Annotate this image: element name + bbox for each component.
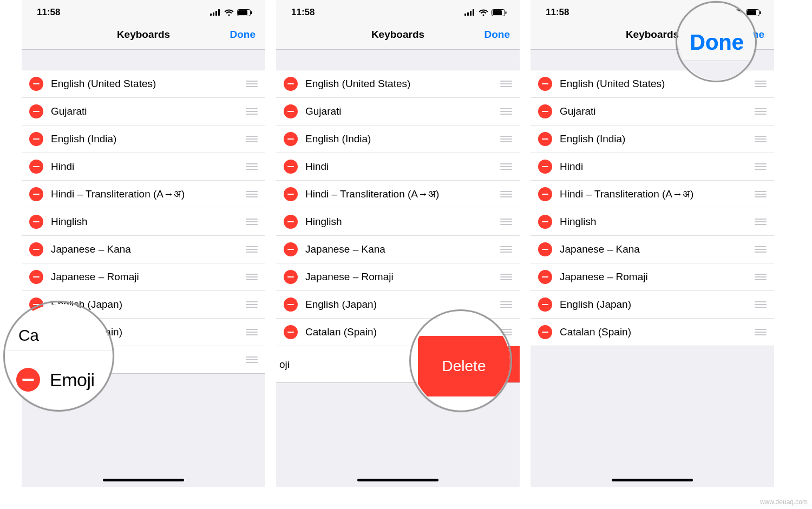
reorder-handle[interactable] <box>246 163 258 170</box>
home-indicator[interactable] <box>612 479 693 481</box>
remove-icon[interactable] <box>29 298 43 312</box>
keyboard-row[interactable]: Gujarati <box>276 98 520 125</box>
remove-icon[interactable] <box>29 215 43 229</box>
remove-icon[interactable] <box>29 187 43 201</box>
done-button[interactable]: Done <box>230 29 256 41</box>
remove-icon[interactable] <box>538 325 552 339</box>
remove-icon[interactable] <box>538 187 552 201</box>
remove-icon[interactable] <box>284 215 298 229</box>
remove-icon[interactable] <box>29 104 43 118</box>
keyboard-row[interactable]: Hinglish <box>531 208 774 236</box>
remove-icon[interactable] <box>284 77 298 91</box>
keyboard-row[interactable]: Gujarati <box>22 98 265 125</box>
remove-icon[interactable] <box>29 160 43 174</box>
done-button[interactable]: Done <box>484 29 510 41</box>
keyboard-row[interactable]: Japanese – Kana <box>531 236 774 263</box>
reorder-handle[interactable] <box>755 329 767 335</box>
remove-icon[interactable] <box>284 160 298 174</box>
reorder-handle[interactable] <box>246 81 258 87</box>
keyboard-row[interactable]: English (India) <box>22 125 265 153</box>
reorder-handle[interactable] <box>755 246 767 253</box>
remove-icon[interactable] <box>538 298 552 312</box>
keyboard-row[interactable]: English (Japan) <box>531 291 774 319</box>
remove-icon[interactable] <box>284 325 298 339</box>
keyboard-row[interactable]: Japanese – Romaji <box>276 263 520 291</box>
remove-icon[interactable] <box>284 298 298 312</box>
reorder-handle[interactable] <box>500 163 512 170</box>
keyboard-row[interactable]: English (Japan) <box>276 291 520 319</box>
reorder-handle[interactable] <box>755 191 767 197</box>
keyboard-row[interactable]: Hindi <box>531 153 774 181</box>
remove-icon[interactable] <box>538 77 552 91</box>
reorder-handle[interactable] <box>246 329 258 335</box>
remove-icon[interactable] <box>284 132 298 146</box>
reorder-handle[interactable] <box>246 356 258 363</box>
keyboard-row[interactable]: Catalan (Spain) <box>276 319 520 346</box>
reorder-handle[interactable] <box>500 329 512 335</box>
keyboard-row[interactable]: English (United States) <box>531 70 774 98</box>
reorder-handle[interactable] <box>755 163 767 170</box>
keyboard-row[interactable]: Hinglish <box>276 208 520 236</box>
reorder-handle[interactable] <box>500 274 512 280</box>
reorder-handle[interactable] <box>246 246 258 253</box>
keyboard-row[interactable]: English (United States) <box>276 70 520 98</box>
reorder-handle[interactable] <box>755 81 767 87</box>
keyboard-row[interactable]: Gujarati <box>531 98 774 125</box>
reorder-handle[interactable] <box>500 191 512 197</box>
keyboard-row[interactable]: English (United States) <box>22 70 265 98</box>
remove-icon[interactable] <box>29 132 43 146</box>
reorder-handle[interactable] <box>500 108 512 115</box>
reorder-handle[interactable] <box>755 301 767 308</box>
home-indicator[interactable] <box>357 479 438 481</box>
keyboard-row-emoji[interactable]: Emoji <box>22 346 265 374</box>
keyboard-row[interactable]: Japanese – Romaji <box>22 263 265 291</box>
keyboard-row[interactable]: Hindi – Transliteration (A→अ) <box>22 181 265 208</box>
reorder-handle[interactable] <box>755 274 767 280</box>
reorder-handle[interactable] <box>755 219 767 225</box>
keyboard-row[interactable]: Hindi – Transliteration (A→अ) <box>531 181 774 208</box>
remove-icon[interactable] <box>284 242 298 256</box>
remove-icon[interactable] <box>284 104 298 118</box>
remove-icon[interactable] <box>29 325 43 339</box>
remove-icon[interactable] <box>29 242 43 256</box>
reorder-handle[interactable] <box>246 219 258 225</box>
done-button[interactable]: Done <box>739 29 765 41</box>
reorder-handle[interactable] <box>500 136 512 142</box>
keyboard-row[interactable]: Catalan (Spain) <box>22 319 265 346</box>
keyboard-row[interactable]: Catalan (Spain) <box>531 319 774 346</box>
keyboard-row-emoji-deleting[interactable]: oji Delete <box>276 346 520 383</box>
reorder-handle[interactable] <box>246 274 258 280</box>
remove-icon[interactable] <box>538 132 552 146</box>
keyboard-row[interactable]: Japanese – Kana <box>276 236 520 263</box>
reorder-handle[interactable] <box>500 219 512 225</box>
reorder-handle[interactable] <box>500 81 512 87</box>
keyboard-row[interactable]: Hindi – Transliteration (A→अ) <box>276 181 520 208</box>
reorder-handle[interactable] <box>755 108 767 115</box>
remove-icon[interactable] <box>538 215 552 229</box>
reorder-handle[interactable] <box>246 136 258 142</box>
keyboard-row[interactable]: Hindi <box>276 153 520 181</box>
remove-icon[interactable] <box>538 270 552 284</box>
remove-icon[interactable] <box>284 187 298 201</box>
delete-button[interactable]: Delete <box>438 346 520 382</box>
remove-icon[interactable] <box>284 270 298 284</box>
keyboard-row[interactable]: Hindi <box>22 153 265 181</box>
keyboard-row[interactable]: Hinglish <box>22 208 265 236</box>
reorder-handle[interactable] <box>246 108 258 115</box>
keyboard-row[interactable]: English (Japan) <box>22 291 265 319</box>
keyboard-row[interactable]: Japanese – Romaji <box>531 263 774 291</box>
remove-icon[interactable] <box>538 160 552 174</box>
remove-icon[interactable] <box>538 104 552 118</box>
keyboard-row[interactable]: Japanese – Kana <box>22 236 265 263</box>
reorder-handle[interactable] <box>500 246 512 253</box>
keyboard-row[interactable]: English (India) <box>531 125 774 153</box>
keyboard-row[interactable]: English (India) <box>276 125 520 153</box>
reorder-handle[interactable] <box>500 301 512 308</box>
remove-icon[interactable] <box>29 77 43 91</box>
remove-icon[interactable] <box>29 270 43 284</box>
reorder-handle[interactable] <box>246 301 258 308</box>
reorder-handle[interactable] <box>246 191 258 197</box>
remove-icon[interactable] <box>538 242 552 256</box>
remove-icon[interactable] <box>29 353 43 367</box>
home-indicator[interactable] <box>103 479 184 481</box>
